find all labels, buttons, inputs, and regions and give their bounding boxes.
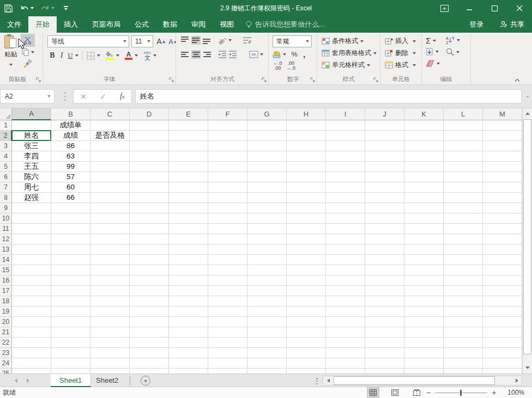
cell-K9[interactable] — [404, 203, 444, 213]
column-header-D[interactable]: D — [130, 108, 169, 120]
delete-cells-button[interactable]: 删除 — [385, 48, 416, 58]
collapse-ribbon-button[interactable] — [515, 76, 520, 84]
cell-E20[interactable] — [169, 317, 208, 327]
scroll-left-button[interactable] — [323, 376, 333, 385]
column-header-F[interactable]: F — [208, 108, 247, 120]
cell-M21[interactable] — [483, 327, 522, 338]
cell-A17[interactable] — [12, 286, 51, 296]
cell-K7[interactable] — [404, 182, 444, 193]
comma-style-button[interactable]: , — [301, 50, 307, 59]
cell-L22[interactable] — [444, 338, 483, 348]
cell-I1[interactable] — [326, 120, 365, 131]
cell-E11[interactable] — [169, 224, 208, 234]
cell-K23[interactable] — [404, 348, 444, 358]
row-header-20[interactable]: 20 — [0, 317, 12, 327]
format-painter-button[interactable] — [23, 59, 32, 70]
cell-G19[interactable] — [247, 307, 287, 317]
cell-L5[interactable] — [444, 162, 483, 172]
cell-C8[interactable] — [90, 193, 130, 203]
column-header-C[interactable]: C — [90, 108, 130, 120]
cell-M20[interactable] — [483, 317, 522, 327]
cell-D6[interactable] — [130, 172, 169, 182]
sheet-tab-sheet1[interactable]: Sheet1 — [51, 374, 91, 387]
increase-font-size-button[interactable]: A▲ — [156, 35, 167, 47]
cell-C24[interactable] — [90, 358, 130, 369]
fill-color-button[interactable] — [105, 51, 114, 60]
column-header-A[interactable]: A — [12, 108, 51, 120]
cell-D5[interactable] — [130, 162, 169, 172]
column-header-J[interactable]: J — [365, 108, 404, 120]
cell-H23[interactable] — [287, 348, 326, 358]
cell-M19[interactable] — [483, 307, 522, 317]
cell-J14[interactable] — [365, 255, 404, 265]
cell-I11[interactable] — [326, 224, 365, 234]
column-header-K[interactable]: K — [404, 108, 444, 120]
row-header-21[interactable]: 21 — [0, 327, 12, 338]
cell-E9[interactable] — [169, 203, 208, 213]
cell-G15[interactable] — [247, 265, 287, 275]
cell-F7[interactable] — [208, 182, 247, 193]
cell-H16[interactable] — [287, 275, 326, 286]
cell-E7[interactable] — [169, 182, 208, 193]
row-header-8[interactable]: 8 — [0, 193, 12, 203]
cell-F16[interactable] — [208, 275, 247, 286]
cell-B12[interactable] — [51, 234, 90, 244]
cell-L13[interactable] — [444, 244, 483, 255]
cell-B6[interactable]: 57 — [51, 172, 90, 182]
cell-M18[interactable] — [483, 296, 522, 307]
cell-D1[interactable] — [130, 120, 169, 131]
cell-B20[interactable] — [51, 317, 90, 327]
bold-button[interactable]: B — [48, 50, 57, 61]
cell-D14[interactable] — [130, 255, 169, 265]
cell-J5[interactable] — [365, 162, 404, 172]
scroll-up-button[interactable] — [523, 109, 532, 118]
cell-L14[interactable] — [444, 255, 483, 265]
wrap-text-button[interactable] — [243, 36, 252, 44]
cell-C11[interactable] — [90, 224, 130, 234]
row-header-12[interactable]: 12 — [0, 234, 12, 244]
column-header-H[interactable]: H — [287, 108, 326, 120]
cell-C2[interactable]: 是否及格 — [90, 131, 130, 141]
cell-I20[interactable] — [326, 317, 365, 327]
cells-area[interactable]: 成绩单姓名成绩是否及格张三86李四63王五99陈六57周七60赵强66 — [12, 120, 522, 379]
row-header-4[interactable]: 4 — [0, 151, 12, 162]
cell-C15[interactable] — [90, 265, 130, 275]
cell-D18[interactable] — [130, 296, 169, 307]
horizontal-scrollbar-thumb[interactable] — [334, 376, 495, 385]
cell-H3[interactable] — [287, 141, 326, 151]
cell-J22[interactable] — [365, 338, 404, 348]
cell-E22[interactable] — [169, 338, 208, 348]
cell-F12[interactable] — [208, 234, 247, 244]
cell-G11[interactable] — [247, 224, 287, 234]
cell-M8[interactable] — [483, 193, 522, 203]
cell-G3[interactable] — [247, 141, 287, 151]
cell-E24[interactable] — [169, 358, 208, 369]
cell-G13[interactable] — [247, 244, 287, 255]
align-center-button[interactable] — [191, 50, 201, 59]
cell-styles-button[interactable]: 单元格样式 — [322, 60, 370, 70]
cell-I12[interactable] — [326, 234, 365, 244]
accounting-format-button[interactable] — [273, 51, 281, 58]
cell-E10[interactable] — [169, 213, 208, 224]
cell-L11[interactable] — [444, 224, 483, 234]
enter-button[interactable]: ✓ — [100, 93, 106, 101]
fill-button[interactable] — [426, 48, 439, 56]
cell-J9[interactable] — [365, 203, 404, 213]
row-header-23[interactable]: 23 — [0, 348, 12, 358]
page-break-view-button[interactable] — [410, 387, 423, 398]
cell-I16[interactable] — [326, 275, 365, 286]
cell-M13[interactable] — [483, 244, 522, 255]
cell-B23[interactable] — [51, 348, 90, 358]
cell-L3[interactable] — [444, 141, 483, 151]
cell-M3[interactable] — [483, 141, 522, 151]
cell-A1[interactable] — [12, 120, 51, 131]
zoom-slider-handle[interactable] — [460, 390, 462, 396]
cell-H14[interactable] — [287, 255, 326, 265]
cell-B9[interactable] — [51, 203, 90, 213]
cell-J3[interactable] — [365, 141, 404, 151]
cell-A11[interactable] — [12, 224, 51, 234]
row-header-1[interactable]: 1 — [0, 120, 12, 131]
cell-C10[interactable] — [90, 213, 130, 224]
cell-J21[interactable] — [365, 327, 404, 338]
cell-H13[interactable] — [287, 244, 326, 255]
